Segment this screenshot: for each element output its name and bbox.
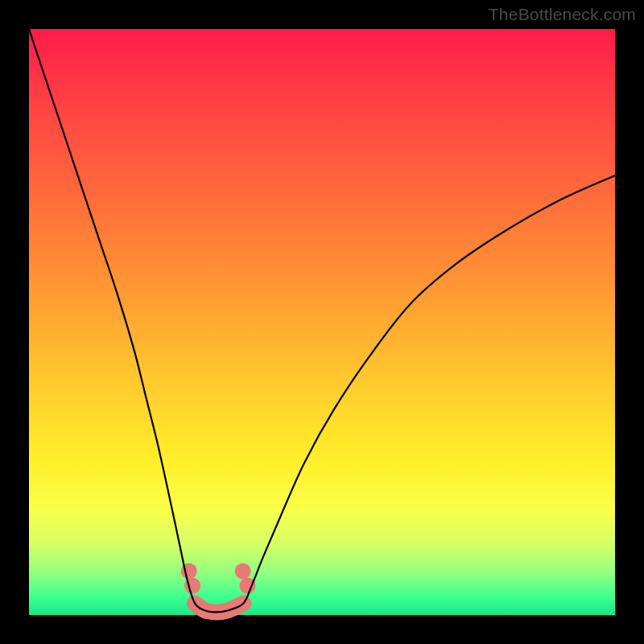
valley-dots <box>181 563 256 593</box>
curve-layer <box>29 29 615 615</box>
bottleneck-curve <box>29 29 615 612</box>
chart-frame: TheBottleneck.com <box>0 0 644 644</box>
valley-marker-3 <box>235 563 251 579</box>
watermark-text: TheBottleneck.com <box>489 5 636 24</box>
plot-area <box>29 29 615 615</box>
